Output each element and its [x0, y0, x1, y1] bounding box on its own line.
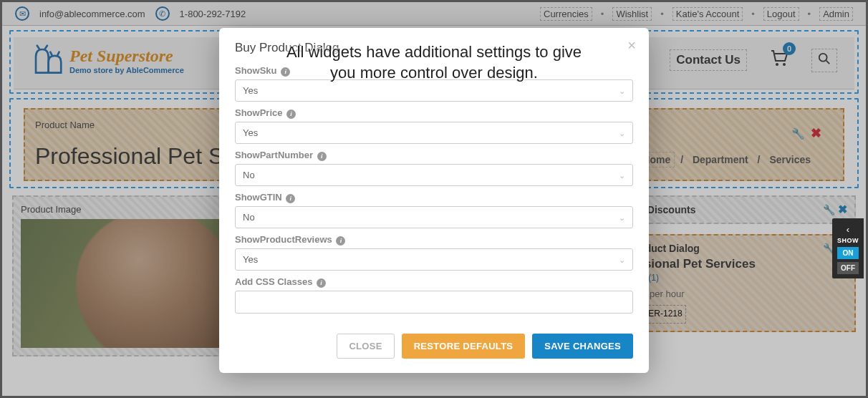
show-gtin-select[interactable]: No ⌄: [235, 206, 633, 228]
buy-product-dialog-modal: Buy Product Dialog × ShowSku i Yes ⌄ Sho…: [219, 28, 649, 373]
add-css-label: Add CSS Classes i: [235, 276, 633, 288]
info-icon[interactable]: i: [286, 110, 296, 119]
modal-close-icon[interactable]: ×: [627, 38, 636, 52]
edit-toggle-on[interactable]: ON: [837, 247, 859, 259]
info-icon[interactable]: i: [336, 236, 345, 246]
save-changes-button[interactable]: SAVE CHANGES: [532, 334, 633, 359]
chevron-down-icon: ⌄: [619, 170, 625, 180]
show-part-number-select[interactable]: No ⌄: [235, 164, 633, 186]
show-part-number-label: ShowPartNumber i: [235, 150, 633, 161]
info-icon[interactable]: i: [317, 152, 327, 161]
info-icon[interactable]: i: [281, 67, 290, 77]
edit-mode-tab[interactable]: ‹ SHOW ON OFF: [832, 218, 864, 278]
restore-defaults-button[interactable]: RESTORE DEFAULTS: [402, 334, 526, 359]
show-reviews-select[interactable]: Yes ⌄: [235, 248, 633, 271]
chevron-down-icon: ⌄: [619, 128, 625, 137]
info-icon[interactable]: i: [317, 278, 326, 288]
show-gtin-label: ShowGTIN i: [235, 192, 633, 203]
show-price-select[interactable]: Yes ⌄: [235, 122, 633, 144]
chevron-down-icon: ⌄: [619, 255, 625, 264]
add-css-input[interactable]: [235, 291, 633, 314]
chevron-down-icon: ⌄: [619, 86, 625, 95]
chevron-left-icon: ‹: [832, 224, 864, 235]
info-icon[interactable]: i: [286, 194, 295, 203]
show-sku-label: ShowSku i: [235, 65, 633, 77]
close-button[interactable]: CLOSE: [337, 334, 394, 359]
edit-tab-show-label: SHOW: [837, 237, 859, 244]
modal-title: Buy Product Dialog: [235, 41, 633, 55]
show-price-label: ShowPrice i: [235, 107, 633, 119]
edit-toggle-off[interactable]: OFF: [837, 262, 859, 274]
chevron-down-icon: ⌄: [619, 213, 625, 222]
show-reviews-label: ShowProductReviews i: [235, 234, 633, 246]
show-sku-select[interactable]: Yes ⌄: [235, 79, 633, 102]
